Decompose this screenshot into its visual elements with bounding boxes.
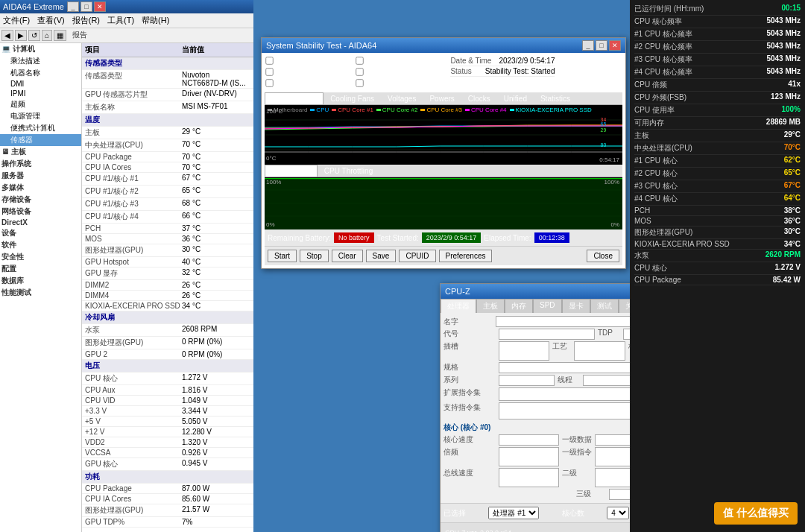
btn-start[interactable]: Start xyxy=(268,250,297,262)
right-row-label: CPU 核心频率 xyxy=(634,16,682,27)
btn-close[interactable]: Close xyxy=(587,250,619,262)
tree-overclock[interactable]: 超频 xyxy=(0,98,81,110)
toolbar-forward[interactable]: ▶ xyxy=(15,30,27,41)
aida-row-value: 34 °C xyxy=(182,302,250,310)
toolbar-home[interactable]: ⌂ xyxy=(42,30,52,41)
aida-row-value: 3.344 V xyxy=(182,407,250,415)
tab-clocks[interactable]: Clocks xyxy=(461,92,497,104)
cpuz-tab-processor[interactable]: 处理器 xyxy=(441,299,476,313)
header-col1: 项目 xyxy=(85,45,182,55)
btn-save[interactable]: Save xyxy=(366,250,397,262)
checkbox-memory[interactable] xyxy=(356,68,363,75)
stability-maximize[interactable]: □ xyxy=(596,40,607,51)
cpuz-cores-select[interactable]: 4 xyxy=(607,507,629,519)
menu-tools[interactable]: 工具(T) xyxy=(107,15,134,26)
btn-cpuid[interactable]: CPUID xyxy=(399,250,435,262)
aida-row-value: 32 °C xyxy=(182,268,250,279)
check-fpu[interactable]: Stress FPU xyxy=(355,56,443,66)
maximize-button[interactable]: □ xyxy=(80,1,92,12)
checkbox-disk[interactable] xyxy=(265,79,273,86)
cpuz-bottom-bar: 已选择 处理器 #1 核心数 4 线程数 8 xyxy=(441,503,630,522)
toolbar-back[interactable]: ◀ xyxy=(1,30,13,41)
right-row-label: KIOXIA-EXCERIA PRO SSD xyxy=(634,240,730,248)
tree-machine-name[interactable]: 机器名称 xyxy=(0,67,81,79)
tab-statistics[interactable]: Statistics xyxy=(534,92,577,104)
tree-group-os[interactable]: 操作系统 xyxy=(0,158,81,170)
tree-group-benchmark[interactable]: 性能测试 xyxy=(0,287,81,299)
btn-clear[interactable]: Clear xyxy=(332,250,363,262)
close-button[interactable]: ✕ xyxy=(94,1,106,12)
tab-temperatures[interactable]: Temperatures xyxy=(265,92,323,104)
cpuz-tab-mainboard[interactable]: 主板 xyxy=(476,299,505,313)
check-disk[interactable]: Stress local disks xyxy=(265,78,353,88)
right-row-label: #1 CPU 核心频率 xyxy=(634,29,692,39)
check-gpu[interactable]: Stress GPU(s) xyxy=(355,78,443,88)
tree-group-storage[interactable]: 存储设备 xyxy=(0,194,81,206)
tree-group-database[interactable]: 数据库 xyxy=(0,275,81,287)
aida-data-row: 图形处理器(GPU)30 °C xyxy=(82,244,253,257)
right-row-value: 123 MHz xyxy=(771,92,801,103)
tab-cooling[interactable]: Cooling Fans xyxy=(323,92,381,104)
toolbar-graph[interactable]: ▦ xyxy=(54,30,66,41)
cpuz-tab-about[interactable]: 关于 xyxy=(619,299,630,313)
tree-portable[interactable]: 便携式计算机 xyxy=(0,122,81,134)
tree-group-software[interactable]: 软件 xyxy=(0,239,81,251)
tree-group-device[interactable]: 设备 xyxy=(0,227,81,239)
cpuz-l3-label: 三级 xyxy=(576,489,606,500)
tab-cpu-usage[interactable]: CPU Usage xyxy=(265,165,318,177)
menu-file[interactable]: 文件(F) xyxy=(3,15,30,26)
cpuz-tab-memory[interactable]: 内存 xyxy=(505,299,533,313)
btn-stop[interactable]: Stop xyxy=(300,250,329,262)
tree-ipmi[interactable]: IPMI xyxy=(0,89,81,98)
cpuz-tab-spd[interactable]: SPD xyxy=(533,299,562,313)
toolbar-refresh[interactable]: ↺ xyxy=(28,30,40,41)
tab-cpu-throttling[interactable]: CPU Throttling xyxy=(318,165,379,177)
tree-dmi[interactable]: DMI xyxy=(0,79,81,89)
menu-help[interactable]: 帮助(H) xyxy=(142,15,169,26)
stability-minimize[interactable]: _ xyxy=(582,40,594,51)
tree-group-directx[interactable]: DirectX xyxy=(0,218,81,227)
check-memory[interactable]: Stress system memory xyxy=(355,67,443,77)
check-cpu[interactable]: Stress CPU xyxy=(265,56,353,66)
stability-close[interactable]: ✕ xyxy=(609,40,621,51)
btn-preferences[interactable]: Preferences xyxy=(439,250,493,262)
minimize-button[interactable]: _ xyxy=(67,1,79,12)
menu-view[interactable]: 查看(V) xyxy=(37,15,65,26)
aida-row-label: 水泵 xyxy=(85,325,182,335)
aida-data-row: CPU #1/核心 #265 °C xyxy=(82,186,253,198)
tree-group-computer[interactable]: 💻 计算机 xyxy=(0,43,81,55)
tree-group-network[interactable]: 网络设备 xyxy=(0,206,81,218)
checkbox-fpu[interactable] xyxy=(356,57,363,64)
middle-area: System Stability Test - AIDA64 _ □ ✕ Str… xyxy=(253,0,630,532)
aida-data-row: 电压 xyxy=(82,360,253,373)
aida-data-row: PCH37 °C xyxy=(82,224,253,234)
stability-window: System Stability Test - AIDA64 _ □ ✕ Str… xyxy=(261,37,626,269)
cpuz-tab-benchmark[interactable]: 测试 xyxy=(590,299,619,313)
tree-group-multimedia[interactable]: 多媒体 xyxy=(0,182,81,194)
tree-power-mgmt[interactable]: 电源管理 xyxy=(0,110,81,122)
cpuz-processor-select[interactable]: 处理器 #1 xyxy=(488,507,539,519)
tab-unified[interactable]: Unified xyxy=(497,92,534,104)
cpuz-support-row: 支持指令集 MMX, SSE, SSE2, SSE3, SSSE3, SSE4.… xyxy=(443,402,630,419)
checkbox-cache[interactable] xyxy=(265,68,273,75)
tree-group-server[interactable]: 服务器 xyxy=(0,170,81,182)
cpuz-tab-gpu[interactable]: 显卡 xyxy=(562,299,590,313)
checkbox-cpu[interactable] xyxy=(265,57,273,64)
check-cache[interactable]: Stress cache xyxy=(265,67,353,77)
right-row-value: 29°C xyxy=(784,130,801,141)
tree-group-config[interactable]: 配置 xyxy=(0,263,81,275)
right-row-label: #3 CPU 核心频率 xyxy=(634,54,692,65)
tree-sensor[interactable]: 传感器 xyxy=(0,134,81,146)
cpuz-l3-value: 12 MBytes xyxy=(609,489,630,500)
tree-group-mainboard[interactable]: 🖥 主板 xyxy=(0,146,81,158)
tab-voltages[interactable]: Voltages xyxy=(381,92,423,104)
tree-group-security[interactable]: 安全性 xyxy=(0,251,81,263)
aida-data-row: 传感器类型Nuvoton NCT6687D-M (IS... xyxy=(82,70,253,89)
right-row-label: #1 CPU 核心 xyxy=(634,156,678,166)
menu-report[interactable]: 报告(R) xyxy=(72,15,100,26)
tree-system-desc[interactable]: 乘法描述 xyxy=(0,55,81,67)
tab-powers[interactable]: Powers xyxy=(423,92,461,104)
cpuz-l3-row: 三级 12 MBytes 12-way xyxy=(443,489,630,500)
aida-data-row: 功耗 xyxy=(82,471,253,484)
checkbox-gpu[interactable] xyxy=(356,79,363,86)
